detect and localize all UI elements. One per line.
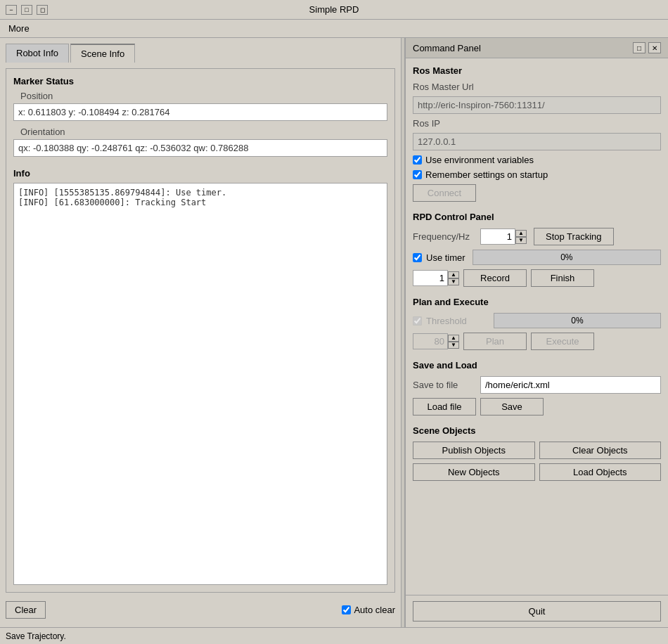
save-load-title: Save and Load	[413, 360, 661, 371]
ros-ip-label: Ros IP	[413, 118, 476, 129]
plan-execute-title: Plan and Execute	[413, 297, 661, 307]
threshold-progress-text: 0%	[494, 316, 660, 326]
panel-header-buttons: □ ✕	[633, 42, 661, 53]
publish-objects-button[interactable]: Publish Objects	[413, 442, 535, 459]
frequency-input[interactable]	[480, 228, 515, 245]
command-panel-title: Command Panel	[413, 43, 481, 53]
ros-url-input-row	[413, 96, 661, 114]
remember-settings-checkbox[interactable]	[413, 170, 422, 179]
connect-row: Connect	[413, 184, 661, 202]
right-panel: Command Panel □ ✕ Ros Master Ros Master …	[405, 38, 668, 627]
counter-down[interactable]: ▼	[448, 278, 459, 285]
scene-objects-section: Scene Objects Publish Objects Clear Obje…	[413, 425, 661, 481]
plan-execute-row: ▲ ▼ Plan Execute	[413, 333, 661, 350]
save-file-input[interactable]	[480, 376, 661, 394]
ros-url-input[interactable]	[413, 96, 661, 114]
window-controls[interactable]: − □ ◻	[6, 5, 48, 15]
tab-scene-info[interactable]: Scene Info	[70, 44, 135, 63]
quit-button[interactable]: Quit	[413, 601, 661, 622]
minimize-btn[interactable]: −	[6, 5, 17, 15]
record-button[interactable]: Record	[463, 269, 527, 287]
maximize-btn[interactable]: ◻	[37, 5, 48, 15]
plan-counter-down[interactable]: ▼	[448, 342, 459, 349]
command-panel-header: Command Panel □ ✕	[406, 38, 668, 58]
ros-ip-input[interactable]	[413, 133, 661, 150]
left-bottom-bar: Clear Auto clear	[6, 598, 395, 622]
finish-button[interactable]: Finish	[531, 269, 594, 287]
left-content-area: Marker Status Position Orientation Info …	[6, 68, 395, 593]
threshold-progress: 0%	[494, 313, 661, 328]
ros-master-section: Ros Master Ros Master Url Ros IP Use env…	[413, 65, 661, 202]
position-field[interactable]	[13, 103, 387, 121]
counter-spinner[interactable]: ▲ ▼	[448, 271, 459, 285]
clear-objects-button[interactable]: Clear Objects	[539, 442, 662, 459]
counter-up[interactable]: ▲	[448, 271, 459, 278]
orientation-label: Orientation	[20, 127, 387, 137]
plan-execute-section: Plan and Execute Threshold 0% ▲ ▼	[413, 297, 661, 350]
info-box[interactable]: [INFO] [1555385135.869794844]: Use timer…	[13, 183, 387, 585]
use-timer-checkbox[interactable]	[413, 253, 422, 262]
counter-input[interactable]	[413, 270, 448, 286]
tab-robot-info[interactable]: Robot Info	[6, 44, 69, 63]
plan-button[interactable]: Plan	[463, 333, 527, 350]
auto-clear-label: Auto clear	[354, 605, 395, 615]
use-timer-label: Use timer	[426, 252, 465, 263]
plan-counter-up[interactable]: ▲	[448, 335, 459, 342]
threshold-row: Threshold 0%	[413, 313, 661, 328]
scene-objects-title: Scene Objects	[413, 425, 661, 436]
tabs: Robot Info Scene Info	[6, 44, 395, 63]
rpd-control-title: RPD Control Panel	[413, 212, 661, 222]
use-env-label: Use environment variables	[425, 155, 534, 165]
frequency-down[interactable]: ▼	[515, 237, 527, 244]
command-panel-content: Ros Master Ros Master Url Ros IP Use env…	[406, 58, 668, 595]
use-env-row: Use environment variables	[413, 155, 661, 165]
ros-master-title: Ros Master	[413, 65, 661, 76]
menu-bar: More	[0, 20, 668, 38]
save-file-row: Save to file	[413, 376, 661, 394]
auto-clear-checkbox[interactable]	[342, 605, 351, 614]
ros-url-row: Ros Master Url	[413, 82, 661, 92]
window-title: Simple RPD	[309, 4, 359, 15]
menu-more[interactable]: More	[3, 21, 35, 36]
load-objects-button[interactable]: Load Objects	[539, 463, 662, 481]
ros-ip-input-row	[413, 133, 661, 150]
stop-tracking-button[interactable]: Stop Tracking	[534, 228, 614, 245]
use-env-checkbox[interactable]	[413, 155, 422, 165]
restore-btn[interactable]: □	[21, 5, 32, 15]
panel-restore-btn[interactable]: □	[633, 42, 645, 53]
position-label: Position	[20, 91, 387, 101]
status-text: Save Trajectory.	[6, 631, 66, 641]
timer-progress: 0%	[473, 250, 661, 265]
threshold-checkbox[interactable]	[413, 316, 422, 326]
marker-status-title: Marker Status	[13, 76, 387, 86]
ros-url-label: Ros Master Url	[413, 82, 476, 92]
save-load-section: Save and Load Save to file Load file Sav…	[413, 360, 661, 416]
use-timer-row: Use timer 0%	[413, 250, 661, 265]
threshold-label: Threshold	[426, 316, 489, 326]
left-panel: Robot Info Scene Info Marker Status Posi…	[0, 38, 401, 627]
ros-ip-row: Ros IP	[413, 118, 661, 129]
auto-clear-container: Auto clear	[342, 605, 395, 615]
record-row: ▲ ▼ Record Finish	[413, 269, 661, 287]
orientation-field[interactable]	[13, 139, 387, 157]
plan-counter-input[interactable]	[413, 333, 448, 349]
remember-settings-label: Remember settings on startup	[425, 169, 548, 180]
load-save-btn-row: Load file Save	[413, 398, 661, 416]
info-section: Info [INFO] [1555385135.869794844]: Use …	[13, 168, 387, 585]
objects-grid: Publish Objects Clear Objects New Object…	[413, 442, 661, 481]
execute-button[interactable]: Execute	[531, 333, 594, 350]
frequency-up[interactable]: ▲	[515, 230, 527, 237]
connect-button[interactable]: Connect	[413, 184, 476, 202]
save-button[interactable]: Save	[480, 398, 544, 416]
clear-button[interactable]: Clear	[6, 601, 46, 619]
new-objects-button[interactable]: New Objects	[413, 463, 535, 481]
status-bar: Save Trajectory.	[0, 627, 668, 644]
load-file-button[interactable]: Load file	[413, 398, 476, 416]
timer-progress-text: 0%	[473, 252, 660, 262]
plan-counter-spinner[interactable]: ▲ ▼	[448, 335, 459, 349]
panel-close-btn[interactable]: ✕	[648, 42, 661, 53]
frequency-label: Frequency/Hz	[413, 231, 476, 242]
remember-settings-row: Remember settings on startup	[413, 169, 661, 180]
save-to-file-label: Save to file	[413, 380, 476, 390]
frequency-spinner[interactable]: ▲ ▼	[515, 230, 527, 244]
